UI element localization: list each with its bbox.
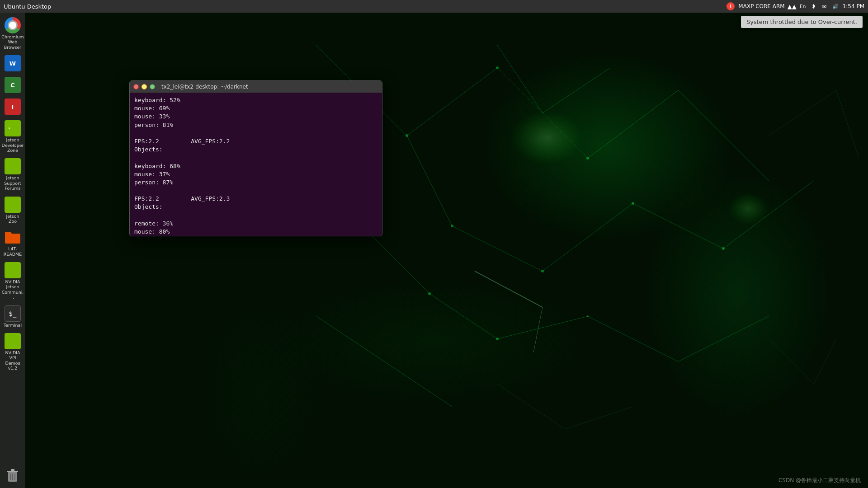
watermark: CSDN @鲁棒最小二乘支持向量机 bbox=[778, 477, 861, 484]
terminal-titlebar: tx2_lei@tx2-desktop: ~/darknet bbox=[130, 81, 382, 93]
window-close-button[interactable] bbox=[133, 84, 139, 89]
trash-icon bbox=[5, 467, 21, 483]
l4t-label: L4T- README bbox=[1, 246, 24, 257]
terminal-output: keyboard: 52% mouse: 69% mouse: 33% pers… bbox=[134, 96, 377, 236]
desktop: Ubuntu Desktop ! MAXP CORE ARM ▲▲ En ✉ 🔊… bbox=[0, 0, 868, 488]
desktop-background bbox=[0, 0, 868, 488]
jetson-dev-label: Jetson Developer Zone bbox=[1, 137, 24, 153]
writer-icon: W bbox=[5, 55, 21, 71]
wifi-icon: ▲▲ bbox=[788, 3, 796, 10]
chromium-icon bbox=[5, 17, 21, 33]
maxp-label: MAXP CORE ARM bbox=[738, 3, 784, 9]
sidebar-item-jetson-dev[interactable]: N Jetson Developer Zone bbox=[0, 117, 25, 155]
sidebar-item-vpi-demos[interactable]: NVIDIA VPI Demos v1.2 bbox=[0, 330, 25, 374]
terminal-window: tx2_lei@tx2-desktop: ~/darknet keyboard:… bbox=[129, 80, 382, 236]
nvidia-vpi-icon bbox=[5, 333, 21, 349]
input-method[interactable]: En bbox=[799, 3, 807, 10]
sidebar-item-calc[interactable]: C bbox=[0, 74, 25, 96]
calc-icon: C bbox=[5, 77, 21, 93]
nvidia-comm-icon bbox=[5, 262, 21, 278]
sidebar-item-jetson-zoo[interactable]: Jetson Zoo bbox=[0, 194, 25, 227]
svg-rect-44 bbox=[11, 469, 14, 471]
terminal-icon: $_ bbox=[5, 305, 21, 322]
taskbar: Ubuntu Desktop ! MAXP CORE ARM ▲▲ En ✉ 🔊… bbox=[0, 0, 868, 13]
nvidia-jetson-dev-icon: N bbox=[5, 120, 21, 136]
sidebar-item-trash[interactable] bbox=[0, 465, 25, 486]
window-maximize-button[interactable] bbox=[150, 84, 155, 89]
chromium-label: Chromium Web Browser bbox=[1, 34, 24, 50]
window-minimize-button[interactable] bbox=[142, 84, 147, 89]
jetson-zoo-label: Jetson Zoo bbox=[1, 214, 24, 224]
volume-icon[interactable]: 🔊 bbox=[832, 3, 839, 10]
impress-icon: I bbox=[5, 99, 21, 115]
sidebar-item-chromium[interactable]: Chromium Web Browser bbox=[0, 14, 25, 52]
mail-icon: ✉ bbox=[821, 3, 828, 10]
nvidia-zoo-icon bbox=[5, 197, 21, 213]
overcurrent-notification: System throttled due to Over-current. bbox=[741, 16, 863, 28]
clock: 1:54 PM bbox=[843, 3, 864, 9]
nvidia-support-icon bbox=[5, 158, 21, 174]
l4t-folder-icon bbox=[5, 229, 21, 245]
alert-icon: ! bbox=[726, 2, 735, 10]
vpi-label: NVIDIA VPI Demos v1.2 bbox=[1, 350, 24, 371]
sidebar-item-impress[interactable]: I bbox=[0, 96, 25, 117]
sidebar-item-writer[interactable]: W bbox=[0, 52, 25, 74]
bluetooth-icon bbox=[810, 3, 817, 10]
jetson-comm-label: NVIDIA Jetson Communi... bbox=[1, 279, 24, 300]
sidebar-item-jetson-comm[interactable]: NVIDIA Jetson Communi... bbox=[0, 259, 25, 303]
sidebar-item-jetson-support[interactable]: Jetson Support Forums bbox=[0, 155, 25, 193]
sidebar: Chromium Web Browser W C I N Jetson Deve… bbox=[0, 13, 25, 488]
sidebar-item-terminal[interactable]: $_ Terminal bbox=[0, 303, 25, 330]
taskbar-right: ! MAXP CORE ARM ▲▲ En ✉ 🔊 1:54 PM bbox=[726, 2, 864, 10]
taskbar-title: Ubuntu Desktop bbox=[4, 3, 51, 10]
jetson-support-label: Jetson Support Forums bbox=[1, 175, 24, 191]
terminal-body[interactable]: keyboard: 52% mouse: 69% mouse: 33% pers… bbox=[130, 93, 382, 236]
taskbar-left: Ubuntu Desktop bbox=[4, 3, 51, 10]
sidebar-item-l4t[interactable]: L4T- README bbox=[0, 226, 25, 259]
terminal-window-title: tx2_lei@tx2-desktop: ~/darknet bbox=[161, 84, 248, 90]
terminal-label: Terminal bbox=[4, 323, 22, 328]
